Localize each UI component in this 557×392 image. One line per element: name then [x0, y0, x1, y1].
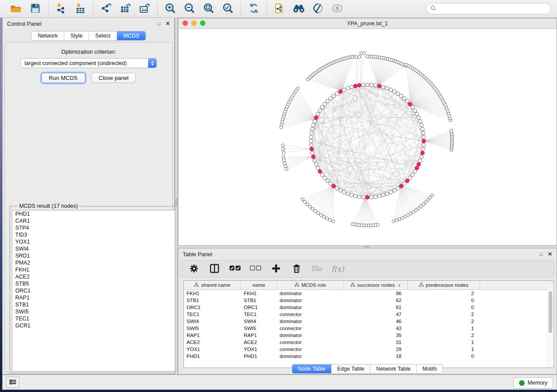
- mcds-result-item[interactable]: STB5: [12, 280, 180, 287]
- mcds-result-item[interactable]: ACE2: [12, 273, 180, 280]
- cell-shared-name: PHD1: [184, 353, 241, 360]
- mcds-result-item[interactable]: SWI4: [12, 245, 180, 252]
- mcds-result-item[interactable]: STB1: [12, 301, 180, 308]
- visual-style-button[interactable]: [311, 2, 325, 15]
- new-network-from-selection-button[interactable]: [273, 2, 286, 15]
- table-row[interactable]: TEC1TEC1connector472: [184, 311, 554, 318]
- cell-successor-nodes: 31: [344, 339, 408, 346]
- table-scrollbar[interactable]: [547, 289, 554, 368]
- zoom-out-button[interactable]: [183, 2, 196, 15]
- table-row[interactable]: SWI4SWI4dominator462: [184, 318, 554, 325]
- mcds-result-item[interactable]: FKH1: [12, 266, 180, 273]
- vertical-splitter[interactable]: [175, 18, 178, 375]
- close-panel-button[interactable]: Close panel: [91, 73, 136, 83]
- table-row[interactable]: RAP1RAP1dominator352: [184, 332, 554, 339]
- column-header-MCDS-role[interactable]: MCDS role: [277, 281, 344, 289]
- zoom-selected-button[interactable]: [221, 2, 235, 15]
- column-header-successor-nodes[interactable]: successor nodes∨: [344, 281, 408, 289]
- export-table-button[interactable]: [119, 2, 132, 15]
- select-all-button[interactable]: [229, 263, 241, 275]
- close-panel-icon[interactable]: ✕: [166, 21, 170, 26]
- cell-shared-name: FKH1: [184, 290, 241, 297]
- mcds-result-item[interactable]: SWI5: [12, 308, 180, 315]
- table-row[interactable]: FKH1FKH1dominator962: [184, 290, 554, 297]
- tab-style[interactable]: Style: [64, 31, 89, 40]
- close-window-icon[interactable]: [183, 21, 188, 26]
- memory-button[interactable]: Memory: [513, 377, 553, 389]
- column-header-name[interactable]: name: [241, 281, 277, 289]
- visual-style-icon: [312, 3, 324, 15]
- node-table-header: shared namenameMCDS rolesuccessor nodes∨…: [184, 281, 554, 290]
- zoom-in-button[interactable]: [164, 2, 177, 15]
- add-column-icon: [272, 264, 280, 274]
- hide-icon: [331, 3, 343, 14]
- close-table-panel-icon[interactable]: ✕: [548, 251, 552, 257]
- mcds-result-item[interactable]: ORC1: [12, 287, 180, 294]
- mcds-result-item[interactable]: TID3: [12, 231, 180, 238]
- save-session-button[interactable]: [29, 2, 42, 15]
- export-network-button[interactable]: [100, 2, 113, 15]
- table-row[interactable]: PHD1PHD1dominator180: [184, 353, 554, 360]
- cell-MCDS-role: connector: [277, 346, 344, 353]
- open-session-button[interactable]: [10, 2, 23, 15]
- mcds-result-item[interactable]: YOX1: [12, 238, 180, 245]
- float-table-panel-icon[interactable]: □: [540, 252, 543, 257]
- table-row[interactable]: ACE2ACE2connector311: [184, 339, 554, 346]
- export-image-icon: [139, 3, 150, 15]
- column-header-predecessor-nodes[interactable]: predecessor nodes: [408, 281, 480, 289]
- tab-select[interactable]: Select: [89, 31, 117, 40]
- tab-edge-table[interactable]: Edge Table: [332, 364, 370, 373]
- zoom-fit-button[interactable]: [202, 2, 215, 15]
- cell-shared-name: RAP1: [184, 332, 241, 339]
- mcds-result-group: MCDS result (17 nodes) PHD1CAR1STP4TID3Y…: [10, 203, 182, 374]
- mcds-result-item[interactable]: RAP1: [12, 294, 180, 301]
- find-button[interactable]: [292, 2, 305, 15]
- new-network-from-selection-icon: [274, 2, 285, 16]
- table-row[interactable]: ORC1ORC1dominator610: [184, 304, 554, 311]
- split-panel-button[interactable]: [209, 263, 220, 275]
- cell-MCDS-role: connector: [277, 325, 344, 332]
- import-table-icon: [75, 3, 86, 15]
- delete-column-button[interactable]: [291, 263, 302, 275]
- main-toolbar: [0, 0, 557, 18]
- table-row[interactable]: SWI5SWI5connector431: [184, 325, 554, 332]
- float-panel-icon[interactable]: □: [157, 21, 160, 26]
- run-mcds-button[interactable]: Run MCDS: [42, 73, 85, 83]
- tab-network-table[interactable]: Network Table: [370, 364, 417, 373]
- tab-node-table[interactable]: Node Table: [292, 364, 332, 373]
- mcds-result-item[interactable]: SRD1: [12, 252, 180, 259]
- network-view[interactable]: [179, 29, 557, 245]
- delete-column-icon: [292, 264, 301, 275]
- horizontal-splitter-grip[interactable]: [364, 246, 370, 248]
- import-network-button[interactable]: [55, 2, 68, 15]
- search-input[interactable]: [438, 5, 550, 12]
- mcds-result-list[interactable]: PHD1CAR1STP4TID3YOX1SWI4SRD1PMA2FKH1ACE2…: [12, 210, 180, 371]
- settings-button[interactable]: [188, 263, 200, 275]
- refresh-layout-button[interactable]: [247, 2, 260, 15]
- deselect-all-button[interactable]: [250, 263, 261, 275]
- optimization-criterion-select[interactable]: largest connected component (undirected): [21, 58, 157, 68]
- tab-mcds[interactable]: MCDS: [117, 31, 145, 40]
- table-scrollbar-thumb[interactable]: [549, 291, 552, 333]
- status-menu-button[interactable]: [6, 377, 19, 388]
- search-box[interactable]: [426, 3, 551, 14]
- import-table-button[interactable]: [74, 2, 87, 15]
- export-image-button[interactable]: [138, 2, 151, 15]
- column-header-shared-name[interactable]: shared name: [184, 281, 241, 289]
- tab-motifs[interactable]: Motifs: [417, 364, 443, 373]
- table-row[interactable]: STB1STB1dominator620: [184, 297, 554, 304]
- add-column-button[interactable]: [270, 263, 282, 275]
- delete-table-icon: [311, 265, 323, 274]
- mcds-result-item[interactable]: STP4: [12, 224, 180, 231]
- maximize-window-icon[interactable]: [200, 21, 205, 26]
- mcds-result-item[interactable]: PHD1: [12, 210, 180, 217]
- mcds-result-item[interactable]: TEC1: [12, 315, 180, 322]
- network-window-titlebar[interactable]: YPA_prune.txt_1: [178, 18, 557, 29]
- mcds-result-item[interactable]: CAR1: [12, 217, 180, 224]
- table-row[interactable]: YOX1YOX1connector291: [184, 346, 554, 353]
- tab-network[interactable]: Network: [31, 31, 64, 40]
- network-window-title: YPA_prune.txt_1: [347, 21, 388, 27]
- mcds-result-item[interactable]: GCR1: [12, 322, 180, 329]
- mcds-result-item[interactable]: PMA2: [12, 259, 180, 266]
- minimize-window-icon[interactable]: [191, 21, 197, 26]
